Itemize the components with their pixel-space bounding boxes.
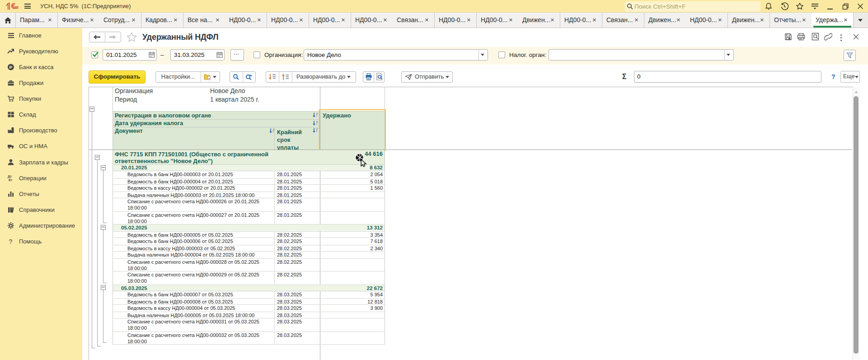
svg-text:P: P [9,65,13,70]
svg-text:Кт: Кт [9,178,13,182]
svg-text:?: ? [9,238,13,245]
